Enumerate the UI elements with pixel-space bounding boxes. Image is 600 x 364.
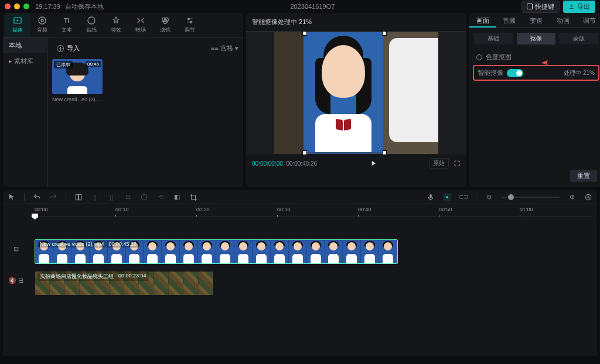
close-window-icon[interactable] <box>5 4 11 9</box>
preview-panel: 智能抠像处理中 21% 00:00:00:00 00:00:45:26 <box>246 13 466 187</box>
tab-media[interactable]: 媒体 <box>5 13 30 37</box>
keyboard-icon <box>527 4 533 9</box>
tab-audio[interactable]: 音频 <box>30 13 54 37</box>
mirror-tool[interactable]: ◧ <box>173 193 181 201</box>
reverse-tool[interactable]: ⟲ <box>156 193 165 201</box>
smart-cutout-row[interactable]: 智能抠像 处理中 21% <box>473 65 599 81</box>
svg-point-2 <box>41 19 43 22</box>
pointer-tool[interactable] <box>8 193 16 201</box>
timeline-clip-2[interactable]: 实拍商场商店慢化妆品镜头三组00:00:23:04 <box>35 271 214 296</box>
media-panel: 媒体 音频 TI 文本 贴纸 特效 转场 <box>3 13 243 187</box>
tab-media-label: 媒体 <box>12 26 23 34</box>
smart-cutout-toggle[interactable] <box>507 69 523 77</box>
svg-rect-12 <box>429 194 432 198</box>
added-badge: 已添加 <box>54 61 73 68</box>
undo-button[interactable] <box>33 193 41 201</box>
export-label: 导出 <box>577 2 590 11</box>
ruler-tick: 00:50 <box>439 207 452 212</box>
foreground-portrait[interactable] <box>304 32 383 152</box>
redo-button[interactable] <box>49 193 57 201</box>
minimize-window-icon[interactable] <box>14 4 20 9</box>
media-icon <box>13 16 22 25</box>
preview-canvas[interactable] <box>246 32 466 154</box>
text-icon: TI <box>62 16 71 25</box>
magnet-button[interactable]: ⊂⊃ <box>459 193 468 201</box>
separator <box>476 193 476 201</box>
clip-name: New creative video (2).mp4 <box>40 241 104 247</box>
tab-effect-label: 特效 <box>111 26 121 34</box>
zoom-out-button[interactable]: ⊖ <box>485 193 493 201</box>
project-title: 2023041619O7 <box>104 3 521 10</box>
snap-tool[interactable]: ⊟ <box>124 193 132 201</box>
smart-cutout-label: 智能抠像 <box>478 68 503 77</box>
window-controls[interactable] <box>5 4 29 9</box>
ruler-tick: 00:30 <box>277 207 291 212</box>
delete-left-tool[interactable]: || <box>91 193 99 201</box>
mic-button[interactable] <box>427 193 435 201</box>
resize-handle-tr[interactable] <box>382 31 387 36</box>
media-thumbnail[interactable]: 已添加 00:46 <box>52 59 103 94</box>
view-sort-button[interactable]: ≡≡ 宫格 ▾ <box>211 44 238 53</box>
ai-button[interactable] <box>443 193 451 201</box>
clip-duration: 00:00:45:26 <box>109 241 137 247</box>
tab-transition[interactable]: 转场 <box>128 13 153 37</box>
shortcuts-button[interactable]: 快捷键 <box>521 1 560 13</box>
delete-right-tool[interactable]: || <box>107 193 115 201</box>
timeline-ruler[interactable]: 00:00 00:10 00:20 00:30 00:40 00:50 01:0… <box>30 204 592 217</box>
tab-animation[interactable]: 动画 <box>550 13 577 28</box>
timeline-clip-1[interactable]: New creative video (2).mp400:00:45:26 <box>35 239 398 264</box>
subtab-cutout[interactable]: 抠像 <box>517 33 556 44</box>
fullscreen-icon <box>454 160 461 167</box>
split-tool[interactable] <box>74 193 83 201</box>
resize-handle-tl[interactable] <box>302 31 307 36</box>
sidebar-item-library[interactable]: ▸ 素材库 <box>3 53 47 69</box>
tab-sticker[interactable]: 贴纸 <box>79 13 104 37</box>
media-item[interactable]: 已添加 00:46 New creati...eo (2).mp4 <box>52 59 103 102</box>
chroma-label: 色度抠图 <box>486 53 512 61</box>
autosave-status: 自动保存本地 <box>65 2 104 11</box>
tab-text[interactable]: TI 文本 <box>54 13 79 37</box>
chroma-row[interactable]: 色度抠图 <box>476 49 596 65</box>
reset-button[interactable]: 重置 <box>570 170 597 182</box>
resize-handle-bl[interactable] <box>302 150 307 155</box>
zoom-in-button[interactable]: ⊕ <box>568 193 576 201</box>
clip-name: 实拍商场商店慢化妆品镜头三组 <box>40 273 114 280</box>
tab-adjust[interactable]: 调节 <box>178 13 202 37</box>
tab-audio2[interactable]: 音频 <box>496 13 523 28</box>
freeze-tool[interactable] <box>140 193 148 201</box>
maximize-window-icon[interactable] <box>23 4 29 9</box>
effect-icon <box>111 16 121 25</box>
export-button[interactable]: 导出 <box>563 1 595 13</box>
media-filename: New creati...eo (2).mp4 <box>52 97 103 102</box>
sticker-icon <box>87 16 96 25</box>
play-button[interactable] <box>369 159 377 167</box>
track-toggle-2[interactable]: 🔇 ⊟ <box>4 277 28 284</box>
filter-icon <box>161 16 170 25</box>
resize-handle-br[interactable] <box>382 150 387 155</box>
ruler-tick: 00:10 <box>115 207 129 212</box>
duration-badge: 00:46 <box>86 61 101 67</box>
tab-effect[interactable]: 特效 <box>104 13 128 37</box>
svg-point-13 <box>446 195 448 198</box>
slider-knob[interactable] <box>508 194 514 200</box>
processing-text: 处理中 21% <box>564 69 595 77</box>
ruler-tick: 01:00 <box>520 207 533 212</box>
subtab-basic[interactable]: 基础 <box>474 33 513 44</box>
tab-filter[interactable]: 滤镜 <box>153 13 178 37</box>
tab-speed[interactable]: 变速 <box>523 13 550 28</box>
tab-picture[interactable]: 画面 <box>469 13 496 28</box>
total-time: 00:00:45:26 <box>286 160 317 167</box>
shortcuts-label: 快捷键 <box>535 2 554 11</box>
fit-button[interactable] <box>584 193 592 201</box>
original-toggle[interactable]: 原始 <box>429 158 449 169</box>
import-button[interactable]: 导入 <box>52 42 84 54</box>
fullscreen-button[interactable] <box>454 160 461 167</box>
crop-tool[interactable] <box>189 193 197 201</box>
tab-adjust2[interactable]: 调节 <box>576 13 600 28</box>
tab-transition-label: 转场 <box>135 26 146 34</box>
sidebar-item-local[interactable]: 本地 <box>3 37 47 53</box>
track-toggle-1[interactable]: ⊟ <box>4 245 28 253</box>
zoom-slider[interactable] <box>501 197 560 198</box>
timeline-panel: || || ⊟ ⟲ ◧ ⊂⊃ ⊖ ⊕ 00:00 00:10 00:20 00:… <box>3 190 597 356</box>
subtab-mask[interactable]: 蒙版 <box>559 33 598 44</box>
